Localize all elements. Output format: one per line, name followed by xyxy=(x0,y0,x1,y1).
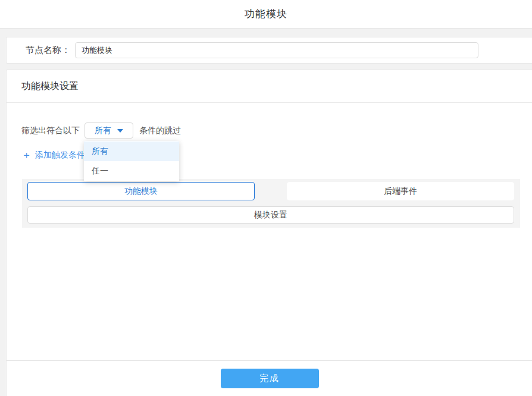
dialog-titlebar: 功能模块 xyxy=(0,0,532,29)
settings-section-title: 功能模块设置 xyxy=(21,80,79,93)
node-name-card: 节点名称： xyxy=(6,37,532,64)
filter-condition-row: 筛选出符合以下 所有 条件的跳过 xyxy=(21,122,532,139)
tabs-row: 功能模块 后端事件 xyxy=(27,182,514,200)
condition-mode-select[interactable]: 所有 xyxy=(85,122,133,139)
done-button[interactable]: 完成 xyxy=(221,369,319,388)
chevron-down-icon xyxy=(117,129,123,133)
filter-prefix-text: 筛选出符合以下 xyxy=(21,125,80,136)
settings-section-header: 功能模块设置 xyxy=(7,70,532,103)
condition-mode-value: 所有 xyxy=(95,125,111,136)
settings-card: 功能模块设置 筛选出符合以下 所有 条件的跳过 ＋ 添加触发条件 所有 任一 功… xyxy=(6,70,532,396)
dialog-footer: 完成 xyxy=(7,360,532,396)
node-name-input[interactable] xyxy=(75,42,478,58)
module-tabs-panel: 功能模块 后端事件 模块设置 xyxy=(22,179,520,228)
plus-icon: ＋ xyxy=(21,148,32,162)
dropdown-option-any[interactable]: 任一 xyxy=(84,161,179,181)
module-settings-bar[interactable]: 模块设置 xyxy=(27,206,514,224)
filter-suffix-text: 条件的跳过 xyxy=(139,125,181,136)
node-name-label: 节点名称： xyxy=(26,45,70,56)
condition-mode-dropdown: 所有 任一 xyxy=(84,141,179,181)
dropdown-option-all[interactable]: 所有 xyxy=(84,142,179,161)
add-trigger-condition-label: 添加触发条件 xyxy=(35,150,85,161)
tab-backend-event[interactable]: 后端事件 xyxy=(287,182,514,200)
tab-function-module[interactable]: 功能模块 xyxy=(27,182,255,200)
add-trigger-condition-link[interactable]: ＋ 添加触发条件 xyxy=(21,148,85,162)
page-title: 功能模块 xyxy=(245,7,287,21)
